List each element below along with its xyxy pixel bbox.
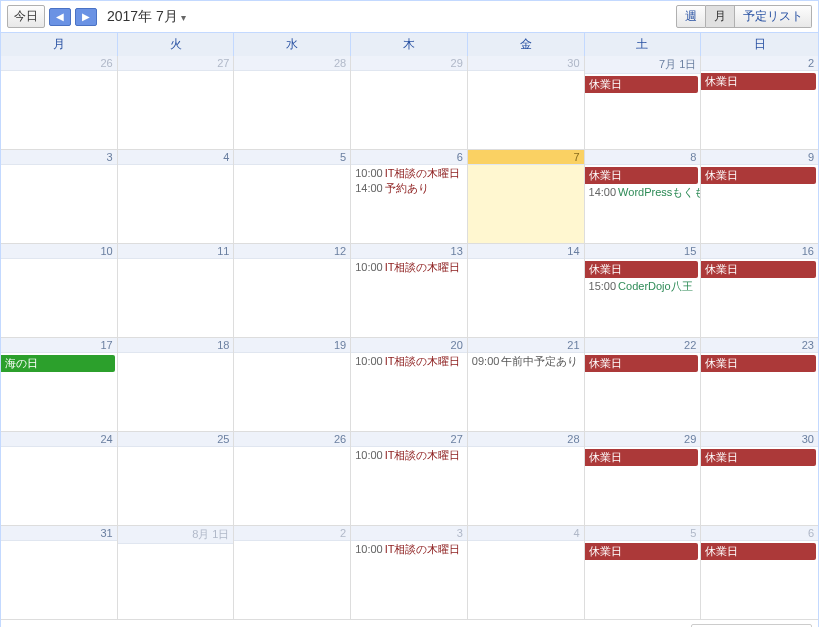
day-cell[interactable]: 6休業日 bbox=[701, 526, 818, 620]
month-title[interactable]: 2017年 7月 bbox=[107, 8, 186, 26]
day-cell[interactable]: 22休業日 bbox=[585, 338, 702, 432]
day-number: 20 bbox=[351, 338, 467, 353]
event-time: 10:00 bbox=[355, 543, 383, 555]
day-cell[interactable]: 9休業日 bbox=[701, 150, 818, 244]
day-cell[interactable]: 7月 1日休業日 bbox=[585, 56, 702, 150]
tab-month[interactable]: 月 bbox=[706, 5, 735, 28]
event-label: IT相談の木曜日 bbox=[385, 167, 461, 179]
day-number: 11 bbox=[118, 244, 234, 259]
day-cell[interactable]: 28 bbox=[234, 56, 351, 150]
event-allday[interactable]: 休業日 bbox=[701, 261, 816, 278]
day-cell[interactable]: 27 bbox=[118, 56, 235, 150]
event-allday[interactable]: 休業日 bbox=[585, 449, 699, 466]
event-allday[interactable]: 休業日 bbox=[585, 261, 699, 278]
day-cell[interactable]: 29 bbox=[351, 56, 468, 150]
day-cell[interactable]: 8月 1日 bbox=[118, 526, 235, 620]
day-cell[interactable]: 2109:00午前中予定あり bbox=[468, 338, 585, 432]
day-number: 31 bbox=[1, 526, 117, 541]
day-cell[interactable]: 30 bbox=[468, 56, 585, 150]
day-cell[interactable]: 8休業日14:00WordPressもくも bbox=[585, 150, 702, 244]
day-cell[interactable]: 30休業日 bbox=[701, 432, 818, 526]
tab-week[interactable]: 週 bbox=[676, 5, 706, 28]
event-allday[interactable]: 休業日 bbox=[585, 167, 699, 184]
day-cell[interactable]: 26 bbox=[234, 432, 351, 526]
day-cell[interactable]: 12 bbox=[234, 244, 351, 338]
event-allday[interactable]: 休業日 bbox=[585, 543, 699, 560]
events-container bbox=[1, 165, 117, 167]
day-number: 27 bbox=[351, 432, 467, 447]
calendar-container: 今日 ◀ ▶ 2017年 7月 週 月 予定リスト 月火水木金土日 262728… bbox=[0, 0, 819, 627]
day-cell[interactable]: 310:00IT相談の木曜日 bbox=[351, 526, 468, 620]
day-number: 26 bbox=[234, 432, 350, 447]
day-cell[interactable]: 17海の日 bbox=[1, 338, 118, 432]
event-timed[interactable]: 09:00午前中予定あり bbox=[468, 354, 584, 369]
day-cell[interactable]: 11 bbox=[118, 244, 235, 338]
event-timed[interactable]: 10:00IT相談の木曜日 bbox=[351, 354, 467, 369]
day-cell[interactable]: 24 bbox=[1, 432, 118, 526]
events-container bbox=[1, 541, 117, 543]
event-timed[interactable]: 10:00IT相談の木曜日 bbox=[351, 260, 467, 275]
event-timed[interactable]: 10:00IT相談の木曜日 bbox=[351, 166, 467, 181]
day-number: 27 bbox=[118, 56, 234, 71]
day-cell[interactable]: 18 bbox=[118, 338, 235, 432]
day-cell[interactable]: 7 bbox=[468, 150, 585, 244]
event-time: 10:00 bbox=[355, 449, 383, 461]
event-timed[interactable]: 10:00IT相談の木曜日 bbox=[351, 448, 467, 463]
tab-agenda[interactable]: 予定リスト bbox=[735, 5, 812, 28]
day-number: 12 bbox=[234, 244, 350, 259]
next-button[interactable]: ▶ bbox=[75, 8, 97, 26]
event-timed[interactable]: 14:00予約あり bbox=[351, 181, 467, 196]
event-allday[interactable]: 休業日 bbox=[701, 543, 816, 560]
day-cell[interactable]: 29休業日 bbox=[585, 432, 702, 526]
day-cell[interactable]: 3 bbox=[1, 150, 118, 244]
events-container bbox=[118, 544, 234, 546]
day-cell[interactable]: 19 bbox=[234, 338, 351, 432]
events-container: 海の日 bbox=[1, 353, 117, 374]
event-allday[interactable]: 休業日 bbox=[585, 355, 699, 372]
event-allday[interactable]: 休業日 bbox=[701, 167, 816, 184]
event-timed[interactable]: 14:00WordPressもくも bbox=[585, 185, 701, 200]
events-container: 休業日 bbox=[701, 71, 818, 92]
event-allday[interactable]: 休業日 bbox=[585, 76, 699, 93]
events-container bbox=[351, 71, 467, 73]
event-timed[interactable]: 15:00CoderDojo八王 bbox=[585, 279, 701, 294]
day-cell[interactable]: 26 bbox=[1, 56, 118, 150]
event-allday[interactable]: 休業日 bbox=[701, 73, 816, 90]
events-container: 休業日 bbox=[701, 259, 818, 280]
day-cell[interactable]: 28 bbox=[468, 432, 585, 526]
day-cell[interactable]: 2010:00IT相談の木曜日 bbox=[351, 338, 468, 432]
day-cell[interactable]: 4 bbox=[118, 150, 235, 244]
day-cell[interactable]: 10 bbox=[1, 244, 118, 338]
day-cell[interactable]: 15休業日15:00CoderDojo八王 bbox=[585, 244, 702, 338]
event-allday[interactable]: 休業日 bbox=[701, 449, 816, 466]
event-allday[interactable]: 海の日 bbox=[1, 355, 115, 372]
events-container bbox=[118, 353, 234, 355]
day-number: 19 bbox=[234, 338, 350, 353]
day-cell[interactable]: 16休業日 bbox=[701, 244, 818, 338]
day-number: 30 bbox=[701, 432, 818, 447]
event-time: 10:00 bbox=[355, 261, 383, 273]
weekday-header-row: 月火水木金土日 bbox=[1, 32, 818, 56]
day-number: 24 bbox=[1, 432, 117, 447]
day-cell[interactable]: 31 bbox=[1, 526, 118, 620]
event-timed[interactable]: 10:00IT相談の木曜日 bbox=[351, 542, 467, 557]
day-number: 7 bbox=[468, 150, 584, 165]
day-number: 6 bbox=[701, 526, 818, 541]
events-container: 休業日 bbox=[585, 353, 701, 374]
day-cell[interactable]: 23休業日 bbox=[701, 338, 818, 432]
day-cell[interactable]: 2710:00IT相談の木曜日 bbox=[351, 432, 468, 526]
day-cell[interactable]: 25 bbox=[118, 432, 235, 526]
day-cell[interactable]: 4 bbox=[468, 526, 585, 620]
day-number: 29 bbox=[351, 56, 467, 71]
weekday-header: 土 bbox=[585, 33, 702, 56]
day-cell[interactable]: 5休業日 bbox=[585, 526, 702, 620]
day-cell[interactable]: 14 bbox=[468, 244, 585, 338]
day-cell[interactable]: 610:00IT相談の木曜日14:00予約あり bbox=[351, 150, 468, 244]
day-cell[interactable]: 1310:00IT相談の木曜日 bbox=[351, 244, 468, 338]
day-cell[interactable]: 5 bbox=[234, 150, 351, 244]
day-cell[interactable]: 2休業日 bbox=[701, 56, 818, 150]
today-button[interactable]: 今日 bbox=[7, 5, 45, 28]
prev-button[interactable]: ◀ bbox=[49, 8, 71, 26]
event-allday[interactable]: 休業日 bbox=[701, 355, 816, 372]
day-cell[interactable]: 2 bbox=[234, 526, 351, 620]
